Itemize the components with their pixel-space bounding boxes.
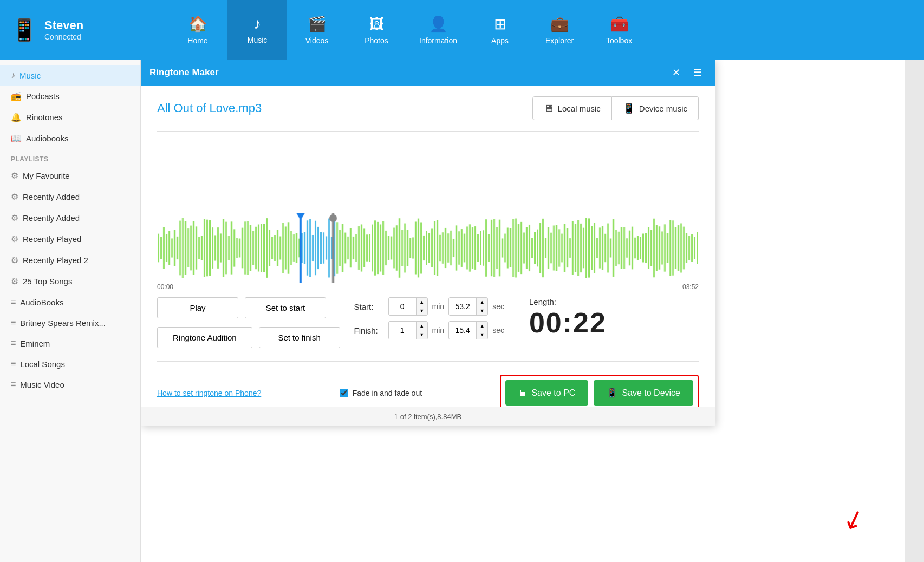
sidebar-item-music-video[interactable]: ≡ Music Video [0, 374, 140, 395]
sidebar-item-britney[interactable]: ≡ Britney Spears Remix... [0, 312, 140, 333]
nav-tabs: 🏠 Home ♪ Music 🎬 Videos 🖼 Photos 👤 Infor… [168, 0, 924, 60]
start-min-spinbox[interactable]: ▲ ▼ [388, 297, 428, 316]
start-sec-input[interactable] [449, 298, 476, 315]
sidebar-item-recently-played-2[interactable]: ⚙ Recently Played 2 [0, 250, 140, 271]
device-info: 📱 Steven Connected [0, 0, 168, 60]
finish-min-input[interactable] [389, 322, 416, 339]
tab-photos-label: Photos [365, 36, 388, 45]
right-panel [905, 60, 924, 562]
sidebar-item-podcasts[interactable]: 📻 Podcasts [0, 86, 140, 107]
set-start-button[interactable]: Set to start [245, 297, 326, 318]
sidebar-item-25-top-songs[interactable]: ⚙ 25 Top Songs [0, 271, 140, 292]
gear-icon-3: ⚙ [11, 213, 18, 223]
tab-information[interactable]: 👤 Information [406, 0, 470, 60]
phone-icon: 📱 [623, 102, 635, 114]
how-to-link[interactable]: How to set ringtone on Phone? [157, 389, 261, 397]
start-sec-spinbox[interactable]: ▲ ▼ [448, 297, 488, 316]
sidebar-music-label: Music [19, 71, 41, 80]
tab-home[interactable]: 🏠 Home [168, 0, 227, 60]
sidebar-item-music[interactable]: ♪ Music [0, 65, 140, 86]
ringtone-audition-button[interactable]: Ringtone Audition [157, 327, 252, 348]
tab-toolbox-label: Toolbox [606, 36, 632, 45]
finish-sec-down[interactable]: ▼ [477, 330, 487, 339]
finish-sec-up[interactable]: ▲ [477, 322, 487, 330]
apps-icon: ⊞ [494, 15, 506, 33]
sidebar-recently-played-1-label: Recently Played [23, 234, 81, 244]
tab-toolbox[interactable]: 🧰 Toolbox [589, 0, 649, 60]
sidebar-podcasts-label: Podcasts [26, 92, 60, 101]
set-finish-button[interactable]: Set to finish [259, 327, 340, 348]
finish-label: Finish: [354, 326, 384, 335]
controls-row-2: Ringtone Audition Set to finish [157, 327, 340, 348]
start-min-up[interactable]: ▲ [417, 298, 427, 306]
sidebar-item-audiobooks-pl[interactable]: ≡ AudioBooks [0, 292, 140, 312]
finish-sec-spinbox[interactable]: ▲ ▼ [448, 321, 488, 339]
tab-music[interactable]: ♪ Music [227, 0, 287, 60]
waveform-start-time: 00:00 [157, 283, 173, 291]
video-icon: 🎬 [308, 15, 327, 33]
sidebar: ♪ Music 📻 Podcasts 🔔 Rinotones 📖 Audiobo… [0, 60, 141, 562]
play-button[interactable]: Play [157, 297, 238, 318]
sidebar-recently-played-2-label: Recently Played 2 [23, 256, 88, 265]
finish-min-down[interactable]: ▼ [417, 330, 427, 339]
list-icon-3: ≡ [11, 338, 16, 348]
waveform-canvas [157, 213, 699, 283]
device-music-button[interactable]: 📱 Device music [612, 96, 699, 120]
dialog-close-button[interactable]: ✕ [668, 64, 685, 81]
sidebar-recently-added-2-label: Recently Added [23, 213, 80, 223]
file-section: All Out of Love.mp3 🖥 Local music 📱 Devi… [157, 96, 699, 120]
photos-icon: 🖼 [369, 15, 384, 33]
music-source-buttons: 🖥 Local music 📱 Device music [532, 96, 699, 120]
sidebar-item-recently-added-2[interactable]: ⚙ Recently Added [0, 207, 140, 228]
dialog-title: Ringtone Maker [149, 67, 219, 78]
save-to-device-button[interactable]: 📱 Save to Device [594, 380, 693, 406]
finish-time-row: Finish: ▲ ▼ min [354, 321, 504, 339]
start-sec-down[interactable]: ▼ [477, 306, 487, 315]
sidebar-britney-label: Britney Spears Remix... [20, 318, 106, 328]
music-icon: ♪ [253, 15, 261, 32]
start-sec-unit: sec [492, 302, 504, 311]
gear-icon-4: ⚙ [11, 234, 18, 244]
start-min-unit: min [432, 302, 445, 311]
waveform-svg: // Will be rendered via inline SVG rects [157, 140, 699, 211]
sidebar-item-audiobooks[interactable]: 📖 Audiobooks [0, 128, 140, 149]
device-name: Steven [44, 18, 83, 32]
sidebar-eminem-label: Eminem [20, 339, 50, 348]
fade-checkbox[interactable] [340, 389, 348, 397]
sidebar-item-eminem[interactable]: ≡ Eminem [0, 333, 140, 354]
tab-apps-label: Apps [491, 36, 509, 45]
start-min-down[interactable]: ▼ [417, 306, 427, 315]
tab-photos[interactable]: 🖼 Photos [347, 0, 406, 60]
dialog-menu-button[interactable]: ☰ [689, 64, 706, 81]
tab-apps[interactable]: ⊞ Apps [470, 0, 530, 60]
tab-information-label: Information [419, 36, 457, 45]
status-bar: 1 of 2 item(s),8.84MB [141, 407, 715, 426]
finish-min-up[interactable]: ▲ [417, 322, 427, 330]
sidebar-item-recently-played-1[interactable]: ⚙ Recently Played [0, 228, 140, 250]
finish-sec-input[interactable] [449, 322, 476, 339]
content-area: Ringtone Maker ✕ ☰ All Out of Love.mp3 🖥… [141, 60, 924, 562]
sidebar-item-ringtones[interactable]: 🔔 Rinotones [0, 107, 140, 128]
sidebar-ringtones-label: Rinotones [26, 113, 63, 122]
tab-explorer[interactable]: 💼 Explorer [530, 0, 589, 60]
sidebar-item-my-favourite[interactable]: ⚙ My Favourite [0, 165, 140, 186]
fade-checkbox-row: Fade in and fade out [340, 389, 422, 397]
svg-rect-0 [157, 140, 699, 211]
tab-videos-label: Videos [305, 36, 329, 45]
start-min-input[interactable] [389, 298, 416, 315]
playlists-section-label: PLAYLISTS [0, 149, 140, 165]
length-time: 00:22 [529, 306, 607, 339]
list-icon-1: ≡ [11, 297, 16, 307]
sidebar-25-top-songs-label: 25 Top Songs [23, 277, 72, 286]
tab-videos[interactable]: 🎬 Videos [287, 0, 347, 60]
gear-icon-6: ⚙ [11, 276, 18, 286]
sidebar-item-recently-added-1[interactable]: ⚙ Recently Added [0, 186, 140, 207]
start-sec-up[interactable]: ▲ [477, 298, 487, 306]
sidebar-item-local-songs[interactable]: ≡ Local Songs [0, 354, 140, 374]
save-pc-icon: 🖥 [518, 388, 527, 398]
fade-label: Fade in and fade out [353, 389, 422, 397]
finish-min-spinbox[interactable]: ▲ ▼ [388, 321, 428, 339]
save-device-label: Save to Device [622, 388, 680, 398]
save-to-pc-button[interactable]: 🖥 Save to PC [505, 380, 588, 406]
local-music-button[interactable]: 🖥 Local music [532, 96, 612, 120]
